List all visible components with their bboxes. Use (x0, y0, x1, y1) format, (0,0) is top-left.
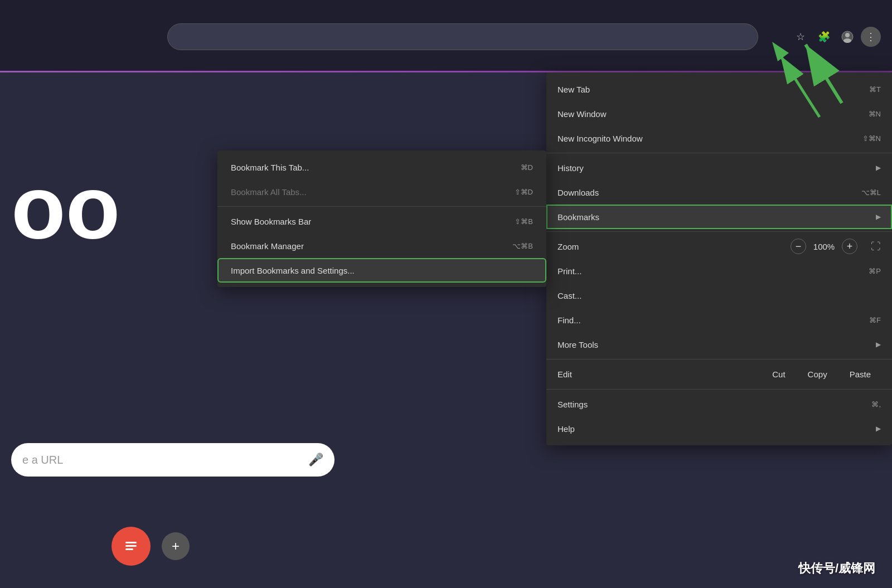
submenu-label-import-bookmarks: Import Bookmarks and Settings... (231, 266, 533, 275)
menu-label-history: History (558, 163, 871, 173)
bookmark-star-button[interactable]: ☆ (791, 27, 811, 47)
logo-text: oo (11, 156, 120, 259)
menu-separator-2 (546, 231, 892, 232)
menu-separator-1 (546, 153, 892, 153)
menu-item-edit: Edit Cut Copy Paste (546, 362, 892, 387)
zoom-value-display: 100% (813, 242, 835, 251)
menu-arrow-more-tools: ▶ (876, 341, 881, 348)
shortcut-icon-red[interactable] (112, 527, 151, 566)
chrome-menu: New Tab ⌘T New Window ⌘N New Incognito W… (546, 72, 892, 445)
svg-point-1 (845, 33, 850, 37)
submenu-item-show-bookmarks-bar[interactable]: Show Bookmarks Bar ⇧⌘B (217, 209, 546, 234)
submenu-shortcut-bookmark-tab: ⌘D (521, 163, 533, 172)
svg-rect-3 (125, 542, 137, 543)
bottom-shortcut-icons: + (112, 527, 190, 566)
menu-shortcut-new-window: ⌘N (869, 110, 881, 118)
submenu-shortcut-show-bookmarks-bar: ⇧⌘B (515, 217, 533, 226)
menu-item-cast[interactable]: Cast... (546, 283, 892, 308)
menu-label-new-window: New Window (558, 109, 857, 119)
menu-item-find[interactable]: Find... ⌘F (546, 308, 892, 332)
submenu-item-bookmark-manager[interactable]: Bookmark Manager ⌥⌘B (217, 234, 546, 258)
menu-item-history[interactable]: History ▶ (546, 155, 892, 180)
search-bar-placeholder: e a URL (22, 454, 303, 466)
submenu-separator-1 (217, 206, 546, 207)
left-content-area: oo e a URL 🎤 + (0, 72, 418, 588)
menu-label-new-tab: New Tab (558, 85, 858, 94)
menu-arrow-help: ▶ (876, 425, 881, 433)
bookmarks-submenu: Bookmark This Tab... ⌘D Bookmark All Tab… (217, 150, 546, 287)
zoom-out-button[interactable]: − (791, 239, 806, 254)
menu-shortcut-print: ⌘P (869, 267, 881, 275)
menu-arrow-bookmarks: ▶ (876, 213, 881, 221)
svg-rect-5 (125, 548, 133, 550)
top-bar: ☆ 🧩 ⋮ (0, 0, 892, 72)
submenu-label-bookmark-manager: Bookmark Manager (231, 241, 512, 251)
menu-shortcut-downloads: ⌥⌘L (861, 188, 881, 197)
chrome-menu-button[interactable]: ⋮ (861, 27, 881, 47)
menu-separator-3 (546, 359, 892, 359)
menu-item-print[interactable]: Print... ⌘P (546, 259, 892, 283)
zoom-in-button[interactable]: + (842, 239, 857, 254)
submenu-label-bookmark-tab: Bookmark This Tab... (231, 163, 521, 172)
menu-shortcut-new-tab: ⌘T (869, 85, 881, 94)
submenu-item-bookmark-tab[interactable]: Bookmark This Tab... ⌘D (217, 155, 546, 179)
submenu-shortcut-bookmark-all-tabs: ⇧⌘D (515, 188, 533, 196)
submenu-item-import-bookmarks[interactable]: Import Bookmarks and Settings... (217, 258, 546, 283)
menu-label-bookmarks: Bookmarks (558, 212, 871, 222)
submenu-label-show-bookmarks-bar: Show Bookmarks Bar (231, 217, 515, 226)
watermark: 快传号/威锋网 (798, 560, 875, 577)
menu-shortcut-new-incognito-window: ⇧⌘N (862, 134, 881, 143)
menu-item-downloads[interactable]: Downloads ⌥⌘L (546, 180, 892, 205)
menu-label-more-tools: More Tools (558, 340, 871, 349)
shortcut-icon-add[interactable]: + (162, 532, 190, 560)
microphone-icon: 🎤 (308, 453, 323, 467)
menu-item-new-tab[interactable]: New Tab ⌘T (546, 77, 892, 101)
menu-item-help[interactable]: Help ▶ (546, 416, 892, 441)
menu-label-downloads: Downloads (558, 188, 850, 197)
menu-item-bookmarks[interactable]: Bookmarks ▶ (546, 205, 892, 229)
svg-point-2 (843, 38, 851, 43)
menu-item-new-incognito-window[interactable]: New Incognito Window ⇧⌘N (546, 126, 892, 150)
submenu-shortcut-bookmark-manager: ⌥⌘B (512, 242, 533, 250)
extensions-button[interactable]: 🧩 (814, 27, 834, 47)
submenu-item-bookmark-all-tabs[interactable]: Bookmark All Tabs... ⇧⌘D (217, 179, 546, 204)
zoom-controls[interactable]: − 100% + ⛶ (791, 239, 881, 254)
menu-shortcut-find: ⌘F (869, 316, 881, 324)
menu-label-zoom: Zoom (558, 242, 791, 251)
menu-label-settings: Settings (558, 400, 860, 409)
menu-label-new-incognito-window: New Incognito Window (558, 134, 851, 143)
copy-button[interactable]: Copy (798, 366, 837, 382)
profile-button[interactable] (837, 27, 857, 47)
menu-separator-4 (546, 389, 892, 390)
zoom-fullscreen-icon[interactable]: ⛶ (871, 241, 881, 252)
svg-rect-4 (125, 545, 137, 547)
menu-label-cast: Cast... (558, 291, 881, 300)
menu-label-help: Help (558, 424, 871, 434)
menu-arrow-history: ▶ (876, 164, 881, 172)
menu-item-new-window[interactable]: New Window ⌘N (546, 101, 892, 126)
edit-actions[interactable]: Cut Copy Paste (762, 366, 881, 382)
cut-button[interactable]: Cut (762, 366, 795, 382)
browser-toolbar-icons: ☆ 🧩 ⋮ (791, 27, 881, 47)
menu-shortcut-settings: ⌘, (871, 400, 881, 409)
paste-button[interactable]: Paste (840, 366, 881, 382)
menu-item-settings[interactable]: Settings ⌘, (546, 392, 892, 416)
menu-item-more-tools[interactable]: More Tools ▶ (546, 332, 892, 357)
search-bar[interactable]: e a URL 🎤 (11, 443, 334, 477)
menu-item-zoom: Zoom − 100% + ⛶ (546, 234, 892, 259)
menu-label-find: Find... (558, 315, 858, 325)
watermark-text: 快传号/威锋网 (798, 561, 875, 575)
address-bar[interactable] (167, 23, 758, 50)
menu-label-edit: Edit (558, 370, 762, 379)
submenu-label-bookmark-all-tabs: Bookmark All Tabs... (231, 187, 515, 197)
menu-label-print: Print... (558, 266, 857, 276)
